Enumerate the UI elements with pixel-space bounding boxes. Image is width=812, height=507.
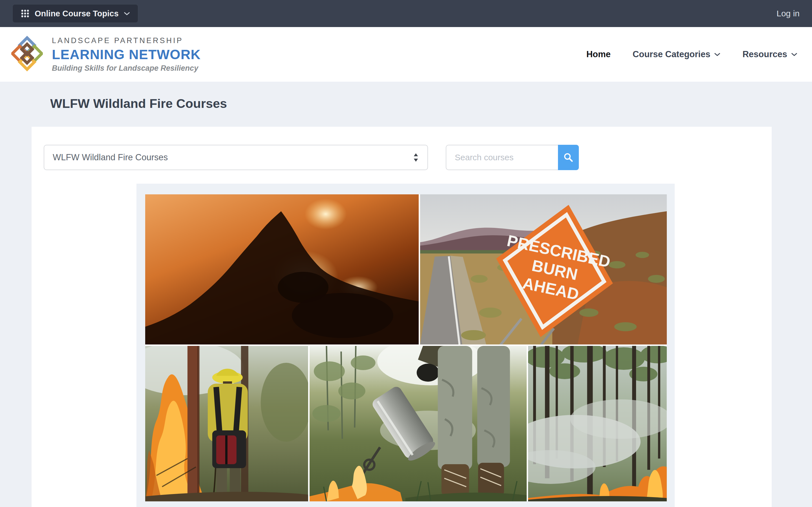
chevron-down-icon (714, 53, 720, 56)
category-select[interactable]: WLFW Wildland Fire Courses (44, 145, 428, 170)
collage-photo-firefighter (145, 346, 308, 501)
collage-photo-smoky-forest (528, 346, 667, 501)
page-title: WLFW Wildland Fire Courses (50, 96, 812, 111)
nav-item-course-categories[interactable]: Course Categories (633, 49, 721, 59)
courses-card: WLFW Wildland Fire Courses (32, 127, 772, 507)
interlocking-diamonds-logo (11, 34, 43, 74)
search-input[interactable] (446, 145, 558, 170)
nav-item-resources[interactable]: Resources (742, 49, 797, 59)
online-course-topics-label: Online Course Topics (35, 9, 119, 18)
nav-item-home[interactable]: Home (587, 49, 611, 59)
brand-text: LANDSCAPE PARTNERSHIP LEARNING NETWORK B… (52, 36, 201, 73)
brand: LANDSCAPE PARTNERSHIP LEARNING NETWORK B… (11, 34, 201, 74)
category-select-value: WLFW Wildland Fire Courses (53, 152, 168, 163)
brand-kicker: LANDSCAPE PARTNERSHIP (52, 36, 201, 45)
main-content: WLFW Wildland Fire Courses WLFW Wildland… (0, 96, 812, 507)
wildland-fire-collage: PRESCRIBED BURN AHEAD (145, 194, 667, 501)
search-button[interactable] (558, 145, 579, 170)
chevron-down-icon (791, 53, 797, 56)
site-header: LANDSCAPE PARTNERSHIP LEARNING NETWORK B… (0, 27, 812, 82)
nav-item-label: Home (587, 49, 611, 59)
collage-row-top: PRESCRIBED BURN AHEAD (145, 194, 667, 344)
nav-item-label: Resources (742, 49, 787, 59)
chevron-down-icon (124, 12, 130, 15)
collage-photo-prescribed-burn-sign: PRESCRIBED BURN AHEAD (420, 194, 667, 344)
main-nav: Home Course Categories Resources (587, 49, 797, 59)
grid-icon (20, 9, 30, 18)
search-group (446, 145, 579, 170)
nav-item-label: Course Categories (633, 49, 711, 59)
collage-photo-night-wildfire (145, 194, 419, 344)
login-link[interactable]: Log in (776, 9, 800, 18)
updown-arrows-icon (413, 153, 419, 162)
collage-panel: PRESCRIBED BURN AHEAD (137, 184, 675, 507)
topbar: Online Course Topics Log in (0, 0, 812, 27)
magnifier-icon (563, 152, 573, 163)
collage-row-bottom (145, 346, 667, 501)
online-course-topics-button[interactable]: Online Course Topics (12, 4, 138, 23)
brand-title: LEARNING NETWORK (52, 47, 201, 62)
brand-tagline: Building Skills for Landscape Resiliency (52, 64, 201, 73)
collage-photo-drip-torch (310, 346, 527, 501)
filters-row: WLFW Wildland Fire Courses (44, 145, 772, 170)
